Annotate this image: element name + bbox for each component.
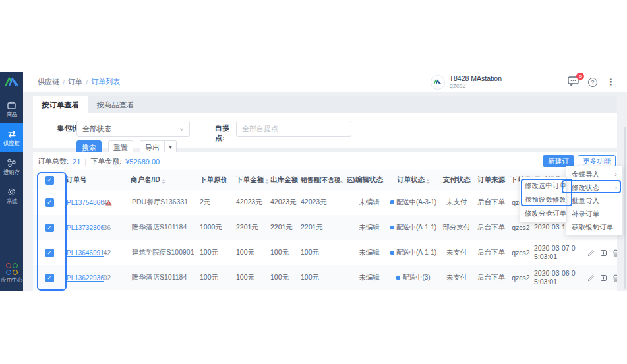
copy-icon[interactable] — [600, 274, 607, 282]
sidebar-item-goods[interactable]: 商品 — [0, 94, 23, 123]
menu-item-modify-status[interactable]: 修改状态 › — [566, 181, 622, 194]
sales-amount-cell: 2201元 — [299, 223, 350, 232]
order-amount-label: 下单金额: — [90, 156, 121, 166]
orig-price-cell: 1000元 — [198, 223, 234, 232]
outbound-amount-cell: 100元 — [268, 273, 299, 282]
header-pay-status: 支付状态 — [438, 175, 475, 185]
pay-status-cell: 部分支付 — [438, 223, 475, 232]
orig-price-cell: 100元 — [198, 248, 234, 257]
copy-icon[interactable] — [600, 249, 607, 257]
breadcrumb-separator: / — [86, 78, 88, 86]
user-account: qzcs2 — [450, 82, 502, 89]
order-status-cell: 配送中(3) — [388, 273, 438, 282]
order-number-link[interactable]: PL13754860 — [67, 199, 104, 206]
row-checkbox[interactable] — [45, 274, 54, 282]
header-order-amount: 下单金额 — [234, 175, 268, 185]
sidebar-item-app-center[interactable]: 应用中心 — [0, 259, 23, 287]
edit-icon[interactable] — [587, 249, 595, 257]
last-op-time-cell: 2020-03-06 05:03:01 — [534, 269, 580, 286]
vertical-scrollbar[interactable] — [624, 127, 626, 289]
sidebar-item-supply-chain[interactable]: 供应链 — [0, 123, 23, 152]
tab-by-order[interactable]: 按订单查看 — [33, 96, 88, 113]
time-fragment: :02 — [102, 274, 111, 282]
outbound-amount-cell: 2201元 — [268, 223, 299, 232]
delete-icon[interactable] — [612, 249, 617, 257]
order-number-link[interactable]: PL13732306 — [67, 224, 104, 231]
chevron-down-icon: ∨ — [179, 126, 184, 131]
row-actions — [584, 249, 617, 257]
header-order-status: 订单状态 — [388, 175, 438, 185]
breadcrumb-separator: / — [63, 78, 65, 86]
breadcrumb-order-list[interactable]: 订单列表 — [91, 77, 120, 87]
sort-icon[interactable] — [162, 179, 165, 184]
operator-cell: qzcs2 — [508, 224, 534, 231]
merchant-cell: 建筑学院便S100901 — [113, 248, 198, 257]
order-number-link[interactable]: PL13622936 — [67, 274, 104, 282]
menu-item-kingdee-import[interactable]: 金蝶导入 › — [566, 167, 622, 181]
messages-button[interactable]: 5 — [568, 76, 579, 88]
view-tabs: 按订单查看 按商品查看 — [33, 96, 617, 113]
orig-price-cell: 2元 — [198, 198, 234, 207]
menu-item-label: 金蝶导入 — [572, 167, 599, 181]
submenu-item-modify-by-preset[interactable]: 按预设数修改 — [520, 193, 566, 206]
delete-icon[interactable] — [612, 274, 617, 282]
row-checkbox[interactable] — [45, 198, 54, 207]
last-op-time-cell: 2020-03-07 05:03:01 — [534, 244, 580, 261]
tab-by-product[interactable]: 按商品查看 — [88, 96, 144, 113]
submenu-item-modify-split-orders[interactable]: 修改分仓订单 — [520, 206, 566, 220]
order-amount-cell: 42023元 — [234, 198, 268, 207]
select-all-checkbox[interactable] — [45, 176, 54, 185]
edit-icon[interactable] — [587, 274, 595, 282]
sort-icon[interactable] — [426, 179, 430, 184]
menu-item-label: 补录订单 — [572, 207, 599, 220]
row-checkbox[interactable] — [45, 224, 54, 232]
pay-status-cell: 未支付 — [438, 273, 475, 282]
source-cell: 后台下单 — [475, 223, 508, 232]
package-status-select[interactable]: 全部状态 ∨ — [76, 121, 190, 136]
pay-status-cell: 未支付 — [438, 198, 475, 207]
source-cell: 后台下单 — [475, 273, 508, 282]
order-status-cell: 配送中(A-3-1) — [388, 198, 438, 207]
more-dots-icon[interactable]: ⋮ — [607, 77, 615, 87]
row-checkbox[interactable] — [45, 249, 54, 257]
status-dot-icon — [390, 200, 394, 204]
sidebar-item-label: 应用中心 — [1, 277, 22, 282]
sales-amount-cell: 100元 — [299, 248, 350, 257]
pickup-point-input[interactable] — [236, 121, 351, 136]
menu-item-supplement-order[interactable]: 补录订单 — [566, 207, 622, 220]
breadcrumb-orders[interactable]: 订单 — [68, 77, 82, 87]
sales-amount-cell: 100元 — [299, 273, 350, 282]
row-actions — [584, 274, 617, 282]
edit-status-cell: 未编辑 — [350, 198, 388, 207]
menu-item-fetch-pospal-orders[interactable]: 获取银豹订单 — [566, 220, 622, 233]
sidebar-item-system[interactable]: 系统 — [0, 181, 23, 210]
table-row: PL13646991 :42 建筑学院便S100901 100元 100元 10… — [33, 240, 617, 265]
edit-status-cell: 未编辑 — [350, 273, 388, 282]
filter-card: 按订单查看 按商品查看 集包状态: 全部状态 ∨ 自提点: 搜索 重置 导出 ▾ — [33, 96, 617, 148]
menu-item-batch-import[interactable]: 批量导入 — [566, 194, 622, 207]
menu-item-label: 修改状态 — [572, 181, 599, 194]
chevron-right-icon: › — [614, 167, 617, 181]
help-icon[interactable]: ? — [588, 78, 597, 87]
sidebar-item-label: 进销存 — [3, 169, 20, 175]
header-outbound-amount: 出库金额 — [268, 175, 299, 185]
menu-item-label: 获取银豹订单 — [572, 220, 613, 233]
status-dot-icon — [390, 251, 394, 255]
order-amount-cell: 100元 — [234, 248, 268, 257]
user-menu[interactable]: T8428 MAstation qzcs2 — [431, 75, 502, 90]
order-amount-cell: 100元 — [234, 273, 268, 282]
time-fragment: :41 — [102, 199, 111, 206]
order-number-link[interactable]: PL13646991 — [67, 249, 104, 257]
bag-icon — [7, 100, 16, 109]
outbound-amount-cell: 42023元 — [268, 198, 299, 207]
screenshot-page: 商品 供应链 — [0, 0, 627, 364]
edit-status-cell: 未编辑 — [350, 223, 388, 232]
sidebar-item-inventory[interactable]: 进销存 — [0, 152, 23, 181]
merchant-cell: 隆华酒店S101184 — [113, 223, 198, 232]
header-sales-amount: 销售额(不含税、运) — [299, 176, 350, 185]
merchant-cell: 隆华酒店S101184 — [113, 273, 198, 282]
user-info: T8428 MAstation qzcs2 — [450, 75, 502, 89]
submenu-item-modify-selected-orders[interactable]: 修改选中订单 — [520, 179, 566, 193]
breadcrumb-supply-chain[interactable]: 供应链 — [38, 77, 59, 87]
outbound-amount-cell: 100元 — [268, 248, 299, 257]
